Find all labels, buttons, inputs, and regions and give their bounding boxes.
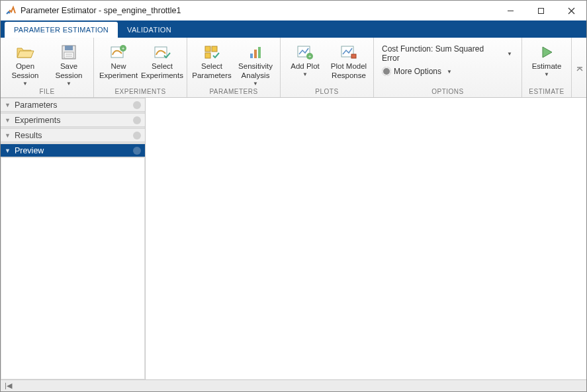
folder-open-icon xyxy=(16,44,34,60)
svg-rect-13 xyxy=(205,46,210,52)
svg-rect-5 xyxy=(65,46,73,50)
panel-header-preview[interactable]: ▼ Preview xyxy=(1,143,145,157)
panel-parameters: ▼ Parameters xyxy=(1,98,145,113)
svg-rect-18 xyxy=(258,47,261,58)
panel-header-experiments[interactable]: ▼ Experiments xyxy=(1,113,145,127)
panel-header-parameters[interactable]: ▼ Parameters xyxy=(1,98,145,112)
main-canvas[interactable] xyxy=(146,98,586,379)
panel-close-icon[interactable] xyxy=(133,147,141,155)
more-options-dropdown[interactable]: More Options ▼ xyxy=(382,67,512,76)
chevron-down-icon: ▼ xyxy=(544,71,549,77)
group-file: Open Session ▼ Save Session ▼ FILE xyxy=(1,38,94,97)
group-estimate: Estimate ▼ ESTIMATE xyxy=(522,38,572,97)
floppy-disk-icon xyxy=(60,44,78,60)
svg-text:+: + xyxy=(308,54,312,59)
ribbon-tabstrip: PARAMETER ESTIMATION VALIDATION xyxy=(1,20,586,38)
group-options: Cost Function: Sum Squared Error ▼ More … xyxy=(374,38,522,97)
svg-rect-17 xyxy=(254,50,257,58)
estimate-button[interactable]: Estimate ▼ xyxy=(526,42,567,77)
open-session-button[interactable]: Open Session ▼ xyxy=(5,42,46,87)
panel-experiments: ▼ Experiments xyxy=(1,113,145,128)
svg-rect-16 xyxy=(250,54,253,58)
window-controls xyxy=(495,1,586,20)
group-parameters: Select Parameters Sensitivity Analysis ▼… xyxy=(187,38,281,97)
svg-text:+: + xyxy=(122,46,125,52)
add-plot-button[interactable]: + Add Plot ▼ xyxy=(285,42,326,77)
chevron-down-icon: ▼ xyxy=(302,71,308,77)
select-parameters-button[interactable]: Select Parameters xyxy=(191,42,232,80)
plot-model-response-icon xyxy=(339,44,358,60)
svg-rect-15 xyxy=(205,53,210,58)
svg-rect-14 xyxy=(212,46,217,52)
cost-function-dropdown[interactable]: Cost Function: Sum Squared Error ▼ xyxy=(382,44,512,63)
svg-rect-23 xyxy=(351,54,356,58)
new-experiment-icon: + xyxy=(109,44,128,60)
tab-validation[interactable]: VALIDATION xyxy=(118,22,181,38)
caret-down-icon: ▼ xyxy=(5,132,11,139)
caret-down-icon: ▼ xyxy=(5,117,11,124)
caret-down-icon: ▼ xyxy=(5,102,11,108)
chevron-down-icon: ▼ xyxy=(66,81,71,87)
group-plots: + Add Plot ▼ Plot Model Response PLOTS xyxy=(281,38,374,97)
plot-model-response-button[interactable]: Plot Model Response xyxy=(328,42,369,80)
gear-icon xyxy=(382,67,391,76)
panel-body-preview[interactable] xyxy=(1,157,145,379)
add-plot-icon: + xyxy=(296,44,314,60)
select-experiments-icon xyxy=(153,44,171,60)
caret-down-icon: ▼ xyxy=(5,147,11,154)
maximize-button[interactable] xyxy=(525,1,556,20)
tab-parameter-estimation[interactable]: PARAMETER ESTIMATION xyxy=(5,22,118,38)
chevron-down-icon: ▼ xyxy=(447,69,452,75)
sidebar: ▼ Parameters ▼ Experiments ▼ Results xyxy=(1,98,146,379)
close-button[interactable] xyxy=(556,1,586,20)
sensitivity-analysis-icon xyxy=(246,44,265,60)
play-icon xyxy=(537,44,556,60)
svg-rect-1 xyxy=(538,8,543,13)
svg-rect-6 xyxy=(64,52,73,58)
group-experiments: + New Experiment Select Experiments EXPE… xyxy=(94,38,187,97)
panel-results: ▼ Results xyxy=(1,128,145,143)
collapse-ribbon-button[interactable] xyxy=(572,38,586,97)
ribbon-toolstrip: Open Session ▼ Save Session ▼ FILE + New… xyxy=(1,38,586,98)
chevron-down-icon: ▼ xyxy=(253,81,258,87)
new-experiment-button[interactable]: + New Experiment xyxy=(98,42,139,80)
status-back-icon[interactable]: |◀ xyxy=(5,381,12,390)
save-session-button[interactable]: Save Session ▼ xyxy=(48,42,89,87)
panel-preview: ▼ Preview xyxy=(1,143,145,379)
minimize-button[interactable] xyxy=(495,1,525,20)
select-experiments-button[interactable]: Select Experiments xyxy=(142,42,183,80)
panel-close-icon[interactable] xyxy=(133,101,141,109)
panel-header-results[interactable]: ▼ Results xyxy=(1,128,145,142)
select-parameters-icon xyxy=(203,44,221,60)
panel-close-icon[interactable] xyxy=(133,116,141,124)
title-bar: Parameter Estimator - spe_engine_throttl… xyxy=(1,1,586,20)
window-title: Parameter Estimator - spe_engine_throttl… xyxy=(21,6,495,15)
status-bar: |◀ xyxy=(1,379,586,391)
panel-close-icon[interactable] xyxy=(133,132,141,139)
body: ▼ Parameters ▼ Experiments ▼ Results xyxy=(1,98,586,379)
chevron-down-icon: ▼ xyxy=(507,51,512,57)
sensitivity-analysis-button[interactable]: Sensitivity Analysis ▼ xyxy=(235,42,276,87)
matlab-logo-icon xyxy=(6,5,17,16)
chevron-down-icon: ▼ xyxy=(23,81,28,87)
